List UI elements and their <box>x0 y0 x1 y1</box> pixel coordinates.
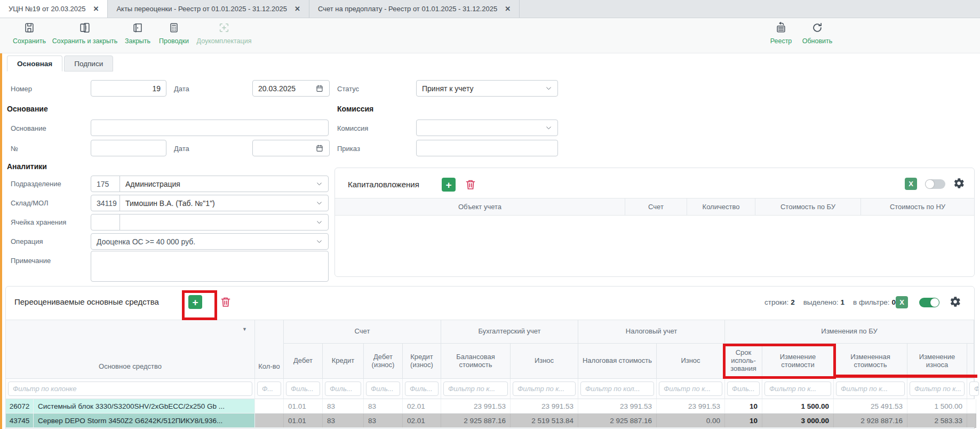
column-header-6[interactable]: Балансовая стоимость <box>441 344 511 379</box>
kap-column-header-0[interactable]: Объект учета <box>335 198 625 215</box>
row-0-cell-10[interactable]: 1 500.00 <box>762 399 834 414</box>
filter-input-3[interactable]: Филь... <box>325 382 361 396</box>
filter-input-main[interactable]: Фильтр по колонке <box>8 382 252 396</box>
assets-filter-toggle[interactable] <box>919 298 939 307</box>
column-filter-caret-icon[interactable]: ▼ <box>242 327 247 332</box>
row-1-cell-11[interactable]: 2 928 887.16 <box>834 414 907 428</box>
tab-close-icon[interactable]: ✕ <box>93 5 99 13</box>
row-1-cell-13[interactable] <box>967 414 976 428</box>
kapital-delete-button[interactable] <box>464 178 477 191</box>
row-0-cell-11[interactable]: 25 491.53 <box>834 399 907 414</box>
podrazdelenie-code[interactable]: 175 <box>91 176 120 192</box>
sklad-select[interactable]: Тимошин В.А. (Таб. №"1") <box>119 195 329 211</box>
row-1-cell-1[interactable]: 01.01 <box>284 414 323 428</box>
osnovanie-field[interactable] <box>91 120 329 136</box>
row-1-cell-4[interactable]: 02.01 <box>403 414 441 428</box>
tab-close-icon[interactable]: ✕ <box>505 5 511 13</box>
kapital-excel-button[interactable]: X <box>905 178 917 190</box>
tab-podpisi[interactable]: Подписи <box>64 55 113 72</box>
calendar-icon[interactable] <box>315 84 324 93</box>
prikaz-field[interactable] <box>416 140 558 156</box>
save-and-close-button[interactable]: Сохранить и закрыть <box>52 22 117 45</box>
calendar-icon[interactable] <box>315 144 324 153</box>
column-header-4[interactable]: Дебет (износ) <box>364 344 403 379</box>
kap-column-header-4[interactable]: Стоимость по НУ <box>861 198 974 215</box>
tab-osnovnaya[interactable]: Основная <box>7 55 62 72</box>
assets-delete-button[interactable] <box>219 296 232 308</box>
data1-field[interactable]: 20.03.2025 <box>252 80 330 97</box>
row-1-cell-9[interactable]: 10 <box>725 414 762 428</box>
close-button[interactable]: Закрыть <box>123 22 152 45</box>
filter-input-10[interactable]: Филь... <box>727 382 760 396</box>
row-0-cell-7[interactable]: 23 991.53 <box>578 399 657 414</box>
assets-add-button[interactable]: + <box>188 295 202 309</box>
postings-button[interactable]: Проводки <box>158 22 190 45</box>
row-1-cell-6[interactable]: 2 519 513.84 <box>511 414 578 428</box>
filter-input-11[interactable]: Фильтр по к... <box>764 382 831 396</box>
save-button[interactable]: Сохранить <box>10 22 49 45</box>
row-0-cell-1[interactable]: 01.01 <box>284 399 323 414</box>
filter-input-5[interactable]: Филь... <box>405 382 439 396</box>
row-0-cell-6[interactable]: 23 991.53 <box>511 399 578 414</box>
kapital-add-button[interactable]: + <box>442 178 456 192</box>
window-tab-acts-register[interactable]: Акты переоценки - Реестр от 01.01.2025 -… <box>108 0 309 18</box>
row-1-cell-10[interactable]: 3 000.00 <box>762 414 834 428</box>
filter-input-12[interactable]: Фильтр по к... <box>836 382 905 396</box>
row-1-cell-7[interactable]: 2 925 887.16 <box>578 414 657 428</box>
row-0-cell-12[interactable]: 1 500.00 <box>907 399 967 414</box>
refresh-button[interactable]: Обновить <box>801 22 834 45</box>
filter-input-13[interactable]: Фильтр по к... <box>910 382 965 396</box>
column-header-14[interactable] <box>967 344 974 379</box>
filter-input-14[interactable]: Ф <box>969 382 979 396</box>
data2-field[interactable] <box>252 140 330 156</box>
kapital-filter-toggle[interactable] <box>925 179 945 189</box>
komissiya-select[interactable] <box>416 120 558 136</box>
registry-button[interactable]: Реестр <box>767 22 795 45</box>
column-header-9[interactable]: Износ <box>657 344 725 379</box>
num-field[interactable] <box>91 140 166 156</box>
primechanie-field[interactable] <box>91 251 329 282</box>
row-1-cell-2[interactable]: 83 <box>323 414 364 428</box>
window-tab-invoice-register[interactable]: Счет на предоплату - Реестр от 01.01.202… <box>309 0 520 18</box>
kap-column-header-3[interactable]: Стоимость по БУ <box>755 198 861 215</box>
window-tab-document[interactable]: УЦН №19 от 20.03.2025 ✕ <box>0 0 108 18</box>
column-header-12[interactable]: Измененная стоимость <box>834 344 907 379</box>
row-1-code-cell[interactable]: 43745 <box>6 414 34 428</box>
row-0-cell-3[interactable]: 83 <box>364 399 403 414</box>
filter-input-2[interactable]: Филь... <box>286 382 320 396</box>
row-0-cell-4[interactable]: 02.01 <box>403 399 441 414</box>
column-header-kolvo[interactable]: Кол-во <box>255 320 284 379</box>
assets-settings-button[interactable] <box>949 296 961 310</box>
column-header-10[interactable]: Срок исполь-зования <box>725 344 762 379</box>
filter-input-7[interactable]: Фильтр по к... <box>513 382 576 396</box>
kap-column-header-1[interactable]: Счет <box>625 198 687 215</box>
column-header-13[interactable]: Изменение износа <box>907 344 967 379</box>
row-0-cell-5[interactable]: 23 991.53 <box>441 399 511 414</box>
row-1-cell-12[interactable]: 2 583.33 <box>907 414 967 428</box>
column-header-main[interactable]: Основное средство▼ <box>6 320 255 379</box>
row-0-code-cell[interactable]: 26072 <box>6 399 34 414</box>
row-0-cell-8[interactable]: 23 991.53 <box>657 399 725 414</box>
column-header-7[interactable]: Износ <box>511 344 578 379</box>
filter-input-8[interactable]: Фильтр по кол... <box>580 382 654 396</box>
kap-column-header-2[interactable]: Количество <box>687 198 755 215</box>
row-1-cell-8[interactable]: 0.00 <box>657 414 725 428</box>
operaciya-select[interactable]: Дооценка ОС >= 40 000 руб. <box>91 233 329 250</box>
yacheyka-select[interactable] <box>119 214 329 231</box>
column-header-8[interactable]: Налоговая стоимость <box>578 344 657 379</box>
nomer-field[interactable]: 19 <box>91 80 166 97</box>
tab-close-icon[interactable]: ✕ <box>294 5 300 13</box>
column-header-11[interactable]: Изменение стоимости <box>762 344 834 379</box>
yacheyka-code[interactable] <box>91 214 120 231</box>
filter-input-9[interactable]: Фильтр по к... <box>659 382 722 396</box>
filter-input-4[interactable]: Филь... <box>366 382 400 396</box>
row-0-name-cell[interactable]: Системный блок 3330/S3200SHV/2xGbECC/2x2… <box>34 399 255 414</box>
row-1-cell-0[interactable] <box>255 414 284 428</box>
assets-excel-button[interactable]: X <box>896 296 908 308</box>
row-1-cell-5[interactable]: 2 925 887.16 <box>441 414 511 428</box>
row-0-cell-13[interactable] <box>967 399 976 414</box>
podrazdelenie-select[interactable]: Администрация <box>119 176 329 192</box>
kapital-settings-button[interactable] <box>953 177 965 192</box>
row-0-cell-2[interactable]: 83 <box>323 399 364 414</box>
row-0-cell-0[interactable] <box>255 399 284 414</box>
